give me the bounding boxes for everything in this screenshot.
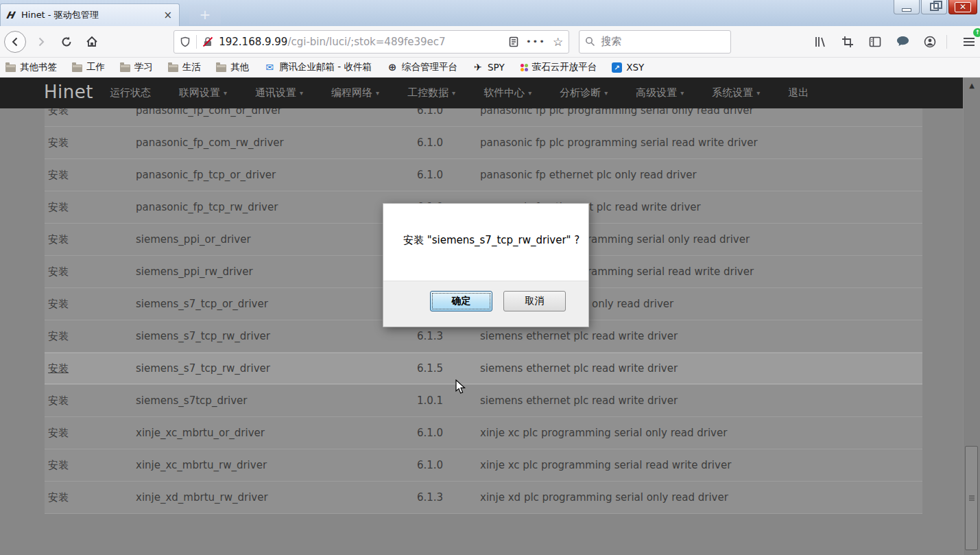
install-link[interactable]: 安装 [48,191,69,223]
driver-version: 6.1.0 [417,449,443,481]
bookmark-icon [5,64,16,72]
bookmark-item[interactable]: 其他 [216,61,249,73]
home-button[interactable] [81,31,102,53]
bookmarks-bar: 其他书签 工作 学习 生活 其他 腾讯企业邮箱 - 收件箱 综合管理平台 [0,58,980,78]
library-icon [814,36,826,48]
driver-name: xinje_xd_mbrtu_rw_driver [136,482,268,513]
page-scrollbar[interactable]: ▲ [963,78,980,555]
install-link[interactable]: 安装 [48,449,69,481]
site-logo[interactable]: Hinet [44,82,93,102]
site-menu-item[interactable]: 编程网络 ▾ [331,86,379,99]
ok-button[interactable]: 确定 [430,291,492,311]
url-path: /cgi-bin/luci/;stok=489fe39ec7 [287,36,445,48]
install-link[interactable]: 安装 [48,385,69,416]
driver-row: 安装 xinje_xd_mbrtu_rw_driver 6.1.3 xinje … [45,482,922,514]
restore-icon [930,3,939,11]
site-menu-item[interactable]: 软件中心 ▾ [483,86,531,99]
bookmark-item[interactable]: 工作 [72,61,105,73]
bookmark-item[interactable]: 腾讯企业邮箱 - 收件箱 [264,61,372,73]
install-link[interactable]: 安装 [48,159,69,191]
bookmark-label: 生活 [182,61,201,73]
site-menu-item[interactable]: 分析诊断 ▾ [560,86,608,99]
sidebar-button[interactable] [864,31,886,53]
site-menu-item[interactable]: 退出 [788,86,809,99]
site-menu-item[interactable]: 运行状态 [110,86,151,99]
cancel-button[interactable]: 取消 [503,291,566,311]
install-link[interactable]: 安装 [48,353,69,384]
bookmark-icon [473,62,483,73]
bookmark-label: 学习 [134,61,153,73]
scrollbar-up-icon[interactable]: ▲ [964,82,980,89]
install-link[interactable]: 安装 [48,320,69,352]
feedback-button[interactable] [892,31,913,53]
url-bar[interactable]: 192.168.9.99/cgi-bin/luci/;stok=489fe39e… [174,30,569,54]
chevron-down-icon: ▾ [224,89,227,97]
driver-description: siemens ethernet plc read write driver [480,353,678,384]
driver-name: siemens_ppi_or_driver [136,224,251,255]
driver-name: siemens_s7_tcp_or_driver [136,288,268,320]
site-menu-item[interactable]: 联网设置 ▾ [179,86,227,99]
driver-name: panasonic_fp_tcp_rw_driver [136,191,278,223]
driver-description: panasonic fp plc programming serial read… [480,127,758,158]
driver-row: 安装 siemens_s7_tcp_rw_driver 6.1.5 siemen… [45,353,922,385]
bookmark-item[interactable]: 萤石云开放平台 [520,61,597,73]
driver-version: 6.1.0 [417,127,443,158]
site-menu-item[interactable]: 系统设置 ▾ [712,86,760,99]
tab-close-icon[interactable]: × [160,9,175,21]
account-button[interactable] [919,31,941,53]
reload-button[interactable] [56,31,77,53]
install-link[interactable]: 安装 [48,288,69,320]
app-menu-button[interactable]: ↑ [958,31,980,53]
site-menu-item[interactable]: 通讯设置 ▾ [255,86,303,99]
driver-version: 6.1.0 [417,159,443,191]
bookmark-label: 工作 [86,61,105,73]
install-link[interactable]: 安装 [48,256,69,287]
forward-button[interactable] [30,31,51,53]
bookmark-item[interactable]: 其他书签 [5,61,57,73]
tab-title: Hinet - 驱动包管理 [21,9,160,21]
screenshot-button[interactable] [837,31,859,53]
reader-mode-icon[interactable] [508,36,519,47]
install-link[interactable]: 安装 [48,224,69,255]
scrollbar-grip [969,495,975,497]
install-link[interactable]: 安装 [48,417,69,449]
hamburger-menu-icon [963,37,975,47]
home-icon [86,36,98,48]
new-tab-button[interactable]: + [189,5,221,25]
tracking-shield-icon [180,36,191,47]
chevron-down-icon: ▾ [376,89,379,97]
browser-toolbar: 192.168.9.99/cgi-bin/luci/;stok=489fe39e… [0,26,980,58]
site-menu: 运行状态 联网设置 ▾ 通讯设置 ▾ 编程网络 ▾ [110,86,809,99]
browser-tab[interactable]: H Hinet - 驱动包管理 × [0,3,180,26]
mouse-cursor [455,379,468,394]
driver-version: 1.0.1 [417,385,443,416]
bookmark-item[interactable]: 学习 [120,61,153,73]
search-placeholder: 搜索 [601,35,621,48]
scrollbar-thumb[interactable] [965,446,978,550]
url-text: 192.168.9.99/cgi-bin/luci/;stok=489fe39e… [219,36,508,48]
site-menu-item[interactable]: 工控数据 ▾ [407,86,455,99]
window-restore-button[interactable] [921,0,947,14]
install-link[interactable]: 安装 [48,482,69,513]
search-input[interactable]: 搜索 [579,30,731,54]
bookmark-item[interactable]: 生活 [168,61,201,73]
bookmark-item[interactable]: SPY [473,62,505,73]
chevron-down-icon: ▾ [604,89,608,97]
window-minimize-button[interactable] [894,0,920,14]
bookmark-icon [216,64,226,72]
bookmark-star-icon[interactable]: ☆ [553,35,563,49]
bookmark-item[interactable]: XSY [612,62,644,73]
install-link[interactable]: 安装 [48,127,69,158]
driver-row: 安装 xinje_xc_mbrtu_or_driver 6.1.0 xinje … [45,417,922,449]
chevron-down-icon: ▾ [300,89,303,97]
back-button[interactable] [4,31,26,53]
page-actions-icon[interactable]: ••• [526,36,546,47]
site-menu-item[interactable]: 高级设置 ▾ [636,86,684,99]
bookmark-item[interactable]: 综合管理平台 [387,61,457,73]
driver-row: 安装 siemens_s7tcp_driver 1.0.1 siemens et… [45,385,922,417]
speech-bubble-icon [896,36,909,47]
window-close-button[interactable]: ✕ [948,0,977,14]
bookmark-icon [168,64,178,72]
library-button[interactable] [809,31,831,53]
bookmark-label: 萤石云开放平台 [532,61,597,73]
